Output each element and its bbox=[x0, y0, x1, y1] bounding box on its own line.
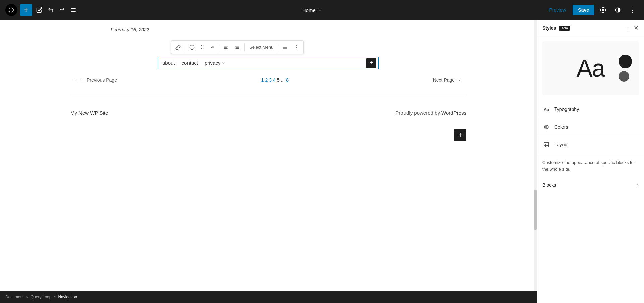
home-dropdown[interactable]: Home bbox=[302, 7, 322, 13]
link-toolbar-button[interactable] bbox=[173, 43, 183, 52]
panel-option-layout[interactable]: Layout bbox=[537, 136, 644, 154]
svg-point-19 bbox=[546, 126, 547, 128]
svg-point-4 bbox=[602, 9, 604, 11]
pagination: ← ← Previous Page 1 2 3 4 5 ... 8 Next P… bbox=[70, 77, 466, 83]
redo-button[interactable] bbox=[56, 5, 68, 15]
svg-rect-10 bbox=[224, 47, 227, 47]
info-toolbar-button[interactable] bbox=[186, 43, 197, 52]
nav-item-privacy[interactable]: privacy bbox=[205, 60, 226, 66]
layout-label: Layout bbox=[554, 142, 639, 147]
toolbar-divider-3 bbox=[244, 43, 245, 51]
preview-button[interactable]: Preview bbox=[545, 5, 570, 15]
scroll-track[interactable] bbox=[534, 20, 537, 303]
more-dots-icon: ⋮ bbox=[294, 44, 299, 50]
text-align-icon bbox=[282, 45, 288, 50]
prev-arrow: ← bbox=[74, 77, 78, 83]
panel-blocks-row[interactable]: Blocks › bbox=[537, 178, 644, 192]
style-toggle-button[interactable] bbox=[612, 4, 624, 16]
align-center-toolbar-button[interactable] bbox=[232, 43, 243, 52]
link-icon bbox=[175, 45, 181, 50]
add-block-bottom: + bbox=[70, 129, 466, 141]
bottom-bar: Document › Query Loop › Navigation bbox=[0, 291, 537, 303]
select-menu-button[interactable]: Select Menu bbox=[246, 43, 277, 52]
add-block-button[interactable]: + bbox=[20, 4, 32, 16]
breadcrumb-document[interactable]: Document bbox=[5, 295, 24, 299]
panel-option-typography[interactable]: Aa Typography bbox=[537, 100, 644, 118]
half-circle-icon bbox=[615, 7, 621, 13]
undo-icon bbox=[48, 7, 54, 13]
canvas-inner: February 16, 2022 bbox=[57, 27, 480, 141]
next-page-link[interactable]: Next Page → bbox=[433, 77, 463, 83]
panel-title: Styles bbox=[542, 25, 556, 31]
wp-logo[interactable] bbox=[5, 4, 17, 16]
page-num-1[interactable]: 1 bbox=[261, 77, 264, 83]
style-preview: Aa bbox=[542, 41, 639, 95]
svg-rect-22 bbox=[544, 142, 549, 147]
document-overview-button[interactable] bbox=[68, 5, 79, 15]
svg-rect-13 bbox=[236, 47, 239, 47]
top-toolbar: + Home Preview bbox=[0, 0, 644, 20]
panel-header-right: ⋮ ✕ bbox=[625, 24, 639, 32]
page-num-2[interactable]: 2 bbox=[265, 77, 268, 83]
vertical-dots-icon: ⋮ bbox=[630, 6, 636, 14]
page-date: February 16, 2022 bbox=[70, 27, 466, 32]
wp-logo-icon bbox=[8, 6, 15, 14]
more-toolbar-button[interactable]: ⋮ bbox=[291, 42, 302, 52]
panel-more-button[interactable]: ⋮ bbox=[625, 24, 631, 32]
drag-icon: ⠿ bbox=[201, 45, 204, 50]
nav-block[interactable]: about contact privacy + bbox=[158, 57, 379, 69]
footer-site-name[interactable]: My New WP Site bbox=[70, 110, 108, 116]
close-icon: ✕ bbox=[634, 24, 639, 32]
panel-description: Customize the appearance of specific blo… bbox=[537, 154, 644, 178]
svg-rect-9 bbox=[224, 46, 228, 46]
panel-option-colors[interactable]: Colors bbox=[537, 118, 644, 136]
toolbar-right: Preview Save ⋮ bbox=[545, 4, 639, 16]
chevron-down-icon bbox=[318, 8, 322, 12]
gear-icon bbox=[600, 7, 606, 13]
text-align-toolbar-button[interactable] bbox=[280, 43, 290, 52]
drag-toolbar-button[interactable]: ⠿ bbox=[198, 43, 206, 52]
more-options-button[interactable]: ⋮ bbox=[627, 4, 639, 16]
breadcrumb-sep-2: › bbox=[54, 295, 55, 299]
edit-button[interactable] bbox=[34, 5, 45, 15]
add-block-bottom-button[interactable]: + bbox=[454, 129, 466, 141]
beta-badge: Beta bbox=[559, 26, 570, 31]
page-dots: ... bbox=[281, 77, 285, 83]
up-down-toolbar-button[interactable] bbox=[207, 43, 218, 52]
panel-more-icon: ⋮ bbox=[625, 24, 631, 32]
breadcrumb-sep-1: › bbox=[26, 295, 28, 299]
nav-add-item-button[interactable]: + bbox=[366, 58, 376, 68]
settings-button[interactable] bbox=[597, 4, 609, 16]
prev-page-link[interactable]: ← ← Previous Page bbox=[74, 77, 117, 83]
info-icon bbox=[189, 45, 195, 50]
submenu-chevron-icon bbox=[222, 61, 226, 65]
layout-icon bbox=[542, 141, 550, 149]
canvas: February 16, 2022 bbox=[0, 20, 537, 303]
page-num-3[interactable]: 3 bbox=[269, 77, 272, 83]
nav-item-contact[interactable]: contact bbox=[182, 60, 198, 66]
page-num-4[interactable]: 4 bbox=[273, 77, 276, 83]
align-left-toolbar-button[interactable] bbox=[221, 43, 231, 52]
undo-button[interactable] bbox=[45, 5, 56, 15]
breadcrumb-query-loop[interactable]: Query Loop bbox=[31, 295, 52, 299]
svg-rect-11 bbox=[224, 48, 228, 48]
save-button[interactable]: Save bbox=[573, 5, 594, 15]
block-toolbar: ⠿ bbox=[171, 40, 304, 54]
next-page-label: Next Page → bbox=[433, 77, 461, 83]
page-num-5[interactable]: 5 bbox=[277, 77, 280, 83]
typography-icon: Aa bbox=[542, 105, 550, 113]
svg-rect-12 bbox=[235, 46, 239, 46]
nav-item-about[interactable]: about bbox=[162, 60, 175, 66]
blocks-chevron-icon: › bbox=[637, 182, 639, 188]
page-num-8[interactable]: 8 bbox=[286, 77, 289, 83]
footer-powered-text: Proudly powered by bbox=[395, 110, 441, 116]
toolbar-divider-2 bbox=[219, 43, 219, 51]
panel-header: Styles Beta ⋮ ✕ bbox=[537, 20, 644, 36]
scroll-thumb[interactable] bbox=[534, 190, 537, 230]
align-center-icon bbox=[235, 45, 240, 50]
footer-wordpress-link[interactable]: WordPress bbox=[441, 110, 466, 116]
up-down-icon bbox=[210, 45, 215, 50]
panel-close-button[interactable]: ✕ bbox=[634, 24, 639, 32]
nav-block-wrapper: about contact privacy + bbox=[158, 57, 379, 69]
breadcrumb-navigation[interactable]: Navigation bbox=[58, 295, 77, 299]
